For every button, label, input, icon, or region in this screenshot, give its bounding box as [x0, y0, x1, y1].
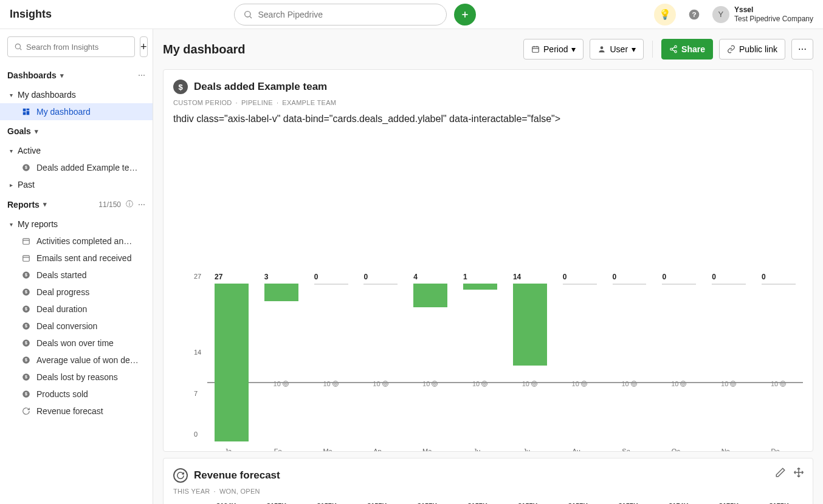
sidebar-item-report[interactable]: $Deal conversion	[0, 318, 153, 335]
svg-rect-34	[532, 47, 539, 52]
sidebar-item-label: Deals started	[36, 270, 145, 280]
more-actions-button[interactable]: ⋯	[791, 39, 813, 60]
svg-rect-10	[27, 111, 30, 115]
sidebar-item-label: Deals won over time	[36, 338, 145, 348]
svg-point-73	[683, 383, 684, 384]
chevron-down-icon: ▾	[43, 200, 47, 208]
help-icon: ?	[688, 9, 700, 21]
global-search[interactable]	[234, 4, 447, 26]
section-goals[interactable]: Goals ▾	[0, 120, 153, 142]
sidebar-item-report[interactable]: Revenue forecast	[0, 403, 153, 420]
sidebar-item-report[interactable]: $Deal progress	[0, 284, 153, 301]
sidebar-item-report[interactable]: $Deals lost by reasons	[0, 369, 153, 386]
svg-text:$: $	[25, 273, 27, 278]
svg-rect-8	[23, 109, 26, 112]
svg-point-61	[484, 383, 485, 384]
sidebar-item-my-dashboards[interactable]: ▾ My dashboards	[0, 86, 153, 103]
sidebar-item-report[interactable]: $Deals started	[0, 267, 153, 284]
section-dashboards[interactable]: Dashboards ▾ ⋯	[0, 64, 153, 86]
period-filter-button[interactable]: Period ▾	[523, 39, 584, 60]
public-link-button[interactable]: Public link	[719, 39, 785, 60]
svg-line-7	[20, 49, 22, 50]
more-icon: ⋯	[798, 44, 807, 54]
dashboard-icon	[22, 107, 32, 116]
sidebar-item-report[interactable]: $Deal duration	[0, 301, 153, 318]
svg-point-0	[245, 11, 250, 16]
chevron-right-icon: ▸	[10, 182, 13, 188]
more-icon[interactable]: ⋯	[138, 71, 145, 80]
share-button[interactable]: Share	[661, 39, 713, 60]
help-button[interactable]: ?	[683, 4, 705, 26]
sidebar-item-goals-active[interactable]: ▾ Active	[0, 142, 153, 159]
lightbulb-icon: 💡	[659, 9, 671, 20]
deals-added-chart: thdiv class="axis-label-v" data-bind="ca…	[173, 114, 803, 284]
svg-point-39	[675, 46, 677, 48]
dollar-icon: $	[22, 356, 32, 364]
dollar-icon: $	[22, 322, 32, 330]
card-deals-added[interactable]: $ Deals added Example team CUSTOM PERIOD…	[163, 69, 813, 452]
content: My dashboard Period ▾ User ▾	[153, 29, 823, 504]
svg-text:$: $	[25, 290, 27, 295]
svg-point-41	[675, 50, 677, 53]
section-dashboards-label: Dashboards	[7, 70, 57, 80]
more-icon[interactable]: ⋯	[138, 200, 145, 209]
user-filter-button[interactable]: User ▾	[590, 39, 644, 60]
sidebar-search-input[interactable]	[26, 43, 128, 52]
sidebar-item-report[interactable]: $Products sold	[0, 386, 153, 403]
svg-point-79	[783, 383, 783, 384]
sidebar-item-label: Deals lost by reasons	[36, 372, 145, 382]
move-icon[interactable]	[793, 467, 804, 478]
page-title: My dashboard	[163, 43, 246, 56]
reports-count: 11/150	[98, 200, 121, 209]
sidebar-item-report[interactable]: $Average value of won de…	[0, 352, 153, 369]
global-search-input[interactable]	[258, 10, 438, 19]
chevron-down-icon: ▾	[60, 72, 64, 80]
svg-line-1	[250, 16, 252, 18]
sidebar-search[interactable]	[7, 36, 135, 57]
section-reports[interactable]: Reports ▾ 11/150 ⓘ ⋯	[0, 193, 153, 216]
sidebar-add-button[interactable]: +	[140, 36, 148, 57]
svg-text:$: $	[25, 307, 27, 312]
sidebar-item-goal-deals-added[interactable]: $ Deals added Example te…	[0, 159, 153, 176]
refresh-icon	[22, 407, 32, 415]
svg-line-43	[672, 50, 675, 51]
svg-text:$: $	[25, 375, 27, 380]
sidebar-item-report[interactable]: Emails sent and received	[0, 250, 153, 267]
card-title: Revenue forecast	[194, 469, 280, 482]
dollar-icon: $	[22, 373, 32, 381]
edit-icon[interactable]	[775, 467, 786, 478]
search-icon	[14, 43, 22, 51]
svg-text:$: $	[25, 341, 27, 346]
avatar: Y	[712, 6, 729, 23]
dollar-icon: $	[22, 271, 32, 279]
user-menu[interactable]: Y Yssel Test Pipedrive Company	[712, 5, 813, 23]
sidebar-item-goals-past[interactable]: ▸ Past	[0, 176, 153, 193]
chevron-down-icon: ▾	[632, 44, 636, 54]
sidebar-item-my-dashboard[interactable]: My dashboard	[0, 103, 153, 120]
sidebar-item-report[interactable]: Activities completed an…	[0, 233, 153, 250]
global-add-button[interactable]	[454, 4, 476, 26]
app-title: Insights	[10, 8, 52, 21]
calendar-icon	[22, 237, 32, 245]
svg-rect-11	[23, 112, 26, 115]
chevron-down-icon: ▾	[10, 148, 13, 154]
sidebar-item-label: Products sold	[36, 389, 145, 399]
sidebar-item-label: Deal conversion	[36, 321, 145, 331]
section-goals-label: Goals	[7, 126, 31, 136]
share-icon	[669, 45, 678, 53]
sidebar-item-label: Activities completed an…	[36, 236, 145, 246]
svg-text:$: $	[25, 165, 27, 170]
dollar-icon: $	[22, 288, 32, 296]
info-icon[interactable]: ⓘ	[126, 199, 133, 209]
search-icon	[243, 10, 253, 19]
svg-rect-9	[27, 109, 30, 111]
dollar-icon: $	[22, 390, 32, 398]
tips-button[interactable]: 💡	[654, 4, 676, 26]
card-revenue-forecast[interactable]: Revenue forecast THIS YEARWON, OPEN $0.0…	[163, 458, 813, 504]
sidebar-item-report[interactable]: $Deals won over time	[0, 335, 153, 352]
svg-point-76	[733, 383, 734, 384]
sidebar-item-my-reports[interactable]: ▾ My reports	[0, 216, 153, 233]
card-title: Deals added Example team	[194, 81, 327, 93]
svg-point-58	[435, 383, 435, 384]
svg-point-49	[285, 383, 286, 384]
